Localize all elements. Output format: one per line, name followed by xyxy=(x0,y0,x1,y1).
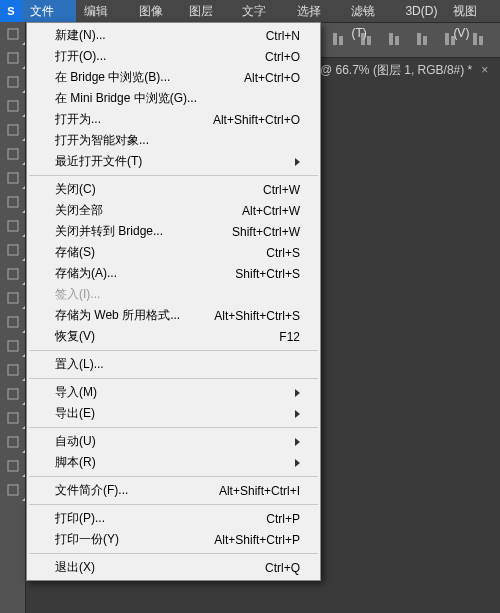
align-right-icon[interactable] xyxy=(386,31,404,50)
path-tool-icon[interactable] xyxy=(0,406,26,430)
align-left-icon[interactable] xyxy=(330,31,348,50)
menu-item-label: 打开为... xyxy=(55,111,101,128)
svg-rect-28 xyxy=(445,33,449,45)
svg-rect-5 xyxy=(8,149,18,159)
svg-rect-20 xyxy=(333,33,337,45)
align-center-h-icon[interactable] xyxy=(358,31,376,50)
svg-rect-19 xyxy=(8,485,18,495)
marquee-tool-icon[interactable] xyxy=(0,46,26,70)
menu-separator xyxy=(29,476,318,477)
menu-item-label: 最近打开文件(T) xyxy=(55,153,142,170)
menu-bar-item[interactable]: 视图(V) xyxy=(445,0,500,22)
menu-item-shortcut: Alt+Shift+Ctrl+I xyxy=(219,484,300,498)
blur-tool-icon[interactable] xyxy=(0,310,26,334)
gradient-tool-icon[interactable] xyxy=(0,286,26,310)
menu-bar-item[interactable]: 选择(S) xyxy=(289,0,344,22)
menu-separator xyxy=(29,175,318,176)
menu-bar-item[interactable]: 编辑(E) xyxy=(76,0,131,22)
menu-item-label: 恢复(V) xyxy=(55,328,95,345)
menu-item-shortcut: Ctrl+W xyxy=(263,183,300,197)
menu-item[interactable]: 自动(U) xyxy=(27,431,320,452)
menu-bar-item[interactable]: 图层(L) xyxy=(181,0,234,22)
menu-item[interactable]: 打开为...Alt+Shift+Ctrl+O xyxy=(27,109,320,130)
menu-item[interactable]: 在 Mini Bridge 中浏览(G)... xyxy=(27,88,320,109)
menu-item-shortcut: Alt+Ctrl+O xyxy=(244,71,300,85)
menu-separator xyxy=(29,504,318,505)
menu-bar-item[interactable]: 图像(I) xyxy=(131,0,181,22)
menu-item[interactable]: 恢复(V)F12 xyxy=(27,326,320,347)
menu-item[interactable]: 导入(M) xyxy=(27,382,320,403)
menu-item-shortcut: Shift+Ctrl+S xyxy=(235,267,300,281)
menu-item[interactable]: 打开为智能对象... xyxy=(27,130,320,151)
menu-item-label: 关闭并转到 Bridge... xyxy=(55,223,163,240)
stamp-tool-icon[interactable] xyxy=(0,214,26,238)
menu-item-shortcut: Alt+Shift+Ctrl+O xyxy=(213,113,300,127)
menu-bar-item[interactable]: 文字(Y) xyxy=(234,0,289,22)
heal-tool-icon[interactable] xyxy=(0,166,26,190)
menu-item-shortcut: Ctrl+P xyxy=(266,512,300,526)
menu-bar-item[interactable]: 3D(D) xyxy=(397,0,445,22)
menu-item-label: 打印(P)... xyxy=(55,510,105,527)
svg-rect-14 xyxy=(8,365,18,375)
menu-item[interactable]: 打印(P)...Ctrl+P xyxy=(27,508,320,529)
svg-rect-13 xyxy=(8,341,18,351)
menu-item-shortcut: Ctrl+O xyxy=(265,50,300,64)
menu-item[interactable]: 在 Bridge 中浏览(B)...Alt+Ctrl+O xyxy=(27,67,320,88)
submenu-arrow-icon xyxy=(295,158,300,166)
close-icon[interactable]: × xyxy=(481,63,488,77)
menu-separator xyxy=(29,350,318,351)
menu-item[interactable]: 存储(S)Ctrl+S xyxy=(27,242,320,263)
menu-item[interactable]: 关闭并转到 Bridge...Shift+Ctrl+W xyxy=(27,221,320,242)
hand-tool-icon[interactable] xyxy=(0,454,26,478)
eraser-tool-icon[interactable] xyxy=(0,262,26,286)
svg-rect-3 xyxy=(8,101,18,111)
menu-item[interactable]: 存储为 Web 所用格式...Alt+Shift+Ctrl+S xyxy=(27,305,320,326)
menu-item[interactable]: 脚本(R) xyxy=(27,452,320,473)
menu-item[interactable]: 最近打开文件(T) xyxy=(27,151,320,172)
wand-tool-icon[interactable] xyxy=(0,94,26,118)
svg-rect-25 xyxy=(395,36,399,45)
svg-rect-7 xyxy=(8,197,18,207)
svg-rect-29 xyxy=(451,36,455,45)
lasso-tool-icon[interactable] xyxy=(0,70,26,94)
type-tool-icon[interactable] xyxy=(0,382,26,406)
pen-tool-icon[interactable] xyxy=(0,358,26,382)
history-brush-tool-icon[interactable] xyxy=(0,238,26,262)
menu-item-label: 打印一份(Y) xyxy=(55,531,119,548)
menu-item[interactable]: 打印一份(Y)Alt+Shift+Ctrl+P xyxy=(27,529,320,550)
align-top-icon[interactable] xyxy=(414,31,432,50)
move-tool-icon[interactable] xyxy=(0,22,26,46)
menu-item[interactable]: 置入(L)... xyxy=(27,354,320,375)
menu-item[interactable]: 关闭(C)Ctrl+W xyxy=(27,179,320,200)
menu-item[interactable]: 新建(N)...Ctrl+N xyxy=(27,25,320,46)
submenu-arrow-icon xyxy=(295,459,300,467)
menu-item-label: 退出(X) xyxy=(55,559,95,576)
menu-item[interactable]: 存储为(A)...Shift+Ctrl+S xyxy=(27,263,320,284)
dodge-tool-icon[interactable] xyxy=(0,334,26,358)
menu-item[interactable]: 打开(O)...Ctrl+O xyxy=(27,46,320,67)
menu-item[interactable]: 文件简介(F)...Alt+Shift+Ctrl+I xyxy=(27,480,320,501)
menu-bar: 文件(F)编辑(E)图像(I)图层(L)文字(Y)选择(S)滤镜(T)3D(D)… xyxy=(0,0,500,22)
menu-item-label: 自动(U) xyxy=(55,433,96,450)
crop-tool-icon[interactable] xyxy=(0,118,26,142)
align-center-v-icon[interactable] xyxy=(442,31,460,50)
menu-item-label: 脚本(R) xyxy=(55,454,96,471)
align-bottom-icon[interactable] xyxy=(470,31,488,50)
menu-item-label: 打开(O)... xyxy=(55,48,106,65)
brush-tool-icon[interactable] xyxy=(0,190,26,214)
menu-item-label: 新建(N)... xyxy=(55,27,106,44)
document-tab[interactable]: @ 66.7% (图层 1, RGB/8#) * × xyxy=(320,62,488,79)
menu-item-label: 签入(I)... xyxy=(55,286,100,303)
menu-item[interactable]: 导出(E) xyxy=(27,403,320,424)
menu-item-label: 存储(S) xyxy=(55,244,95,261)
menu-item[interactable]: 退出(X)Ctrl+Q xyxy=(27,557,320,578)
svg-rect-24 xyxy=(389,33,393,45)
menu-item[interactable]: 关闭全部Alt+Ctrl+W xyxy=(27,200,320,221)
svg-rect-18 xyxy=(8,461,18,471)
menu-bar-item[interactable]: 滤镜(T) xyxy=(343,0,397,22)
zoom-tool-icon[interactable] xyxy=(0,478,26,502)
shape-tool-icon[interactable] xyxy=(0,430,26,454)
menu-bar-item[interactable]: 文件(F) xyxy=(22,0,76,22)
eyedropper-tool-icon[interactable] xyxy=(0,142,26,166)
document-tab-label: @ 66.7% (图层 1, RGB/8#) * xyxy=(320,63,472,77)
